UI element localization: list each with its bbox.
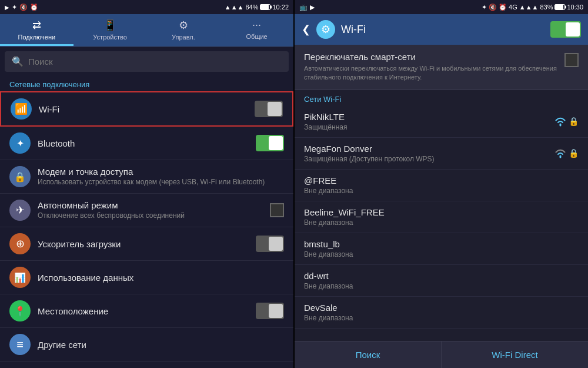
connections-icon: ⇄ — [32, 19, 41, 32]
network-section-label: Сетевые подключения — [0, 77, 293, 91]
wifi-item-text: Wi-Fi — [39, 104, 255, 114]
left-panel: ▶ ✦ 🔇 ⏰ ▲▲▲ 84% 10:22 ⇄ Подключени 📱 Уст… — [0, 0, 293, 368]
tab-general-label: Общие — [246, 33, 268, 40]
wifi-section-label: Сети Wi-Fi — [295, 90, 588, 106]
wifi-setting-item[interactable]: 📶 Wi-Fi — [0, 91, 293, 127]
tab-manage[interactable]: ⚙ Управл. — [147, 14, 220, 46]
wifi-header-title: Wi-Fi — [341, 24, 544, 36]
wifi-search-button[interactable]: Поиск — [295, 342, 442, 368]
tab-connections-label: Подключени — [18, 34, 56, 41]
battery-percent: 84% — [245, 4, 258, 11]
tab-general[interactable]: ··· Общие — [220, 14, 293, 46]
modem-setting-item[interactable]: 🔒 Модем и точка доступа Использовать уст… — [0, 160, 293, 194]
beeline-text: Beeline_WiFi_FREE Вне диапазона — [304, 207, 579, 227]
wifi-header-toggle[interactable] — [550, 21, 581, 38]
smart-switch-desc: Автоматически переключаться между Wi-Fi … — [304, 64, 559, 82]
megafon-signal: 🔒 — [554, 148, 579, 158]
right-battery-fill — [555, 5, 563, 9]
bt-icon: ✦ — [12, 4, 17, 11]
devsale-text: DevSale Вне диапазона — [304, 303, 579, 322]
other-setting-item[interactable]: ≡ Другие сети — [0, 328, 293, 362]
beeline-status: Вне диапазона — [304, 218, 579, 227]
free-text: @FREE Вне диапазона — [304, 175, 579, 195]
download-setting-item[interactable]: ⊕ Ускоритель загрузки — [0, 227, 293, 261]
data-setting-item[interactable]: 📊 Использование данных — [0, 261, 293, 294]
mute-icon: 🔇 — [19, 4, 28, 11]
tab-manage-label: Управл. — [172, 34, 195, 41]
battery-icon — [260, 4, 270, 10]
bluetooth-toggle[interactable] — [256, 135, 284, 151]
wifi-header: ❮ ⚙ Wi-Fi — [295, 14, 588, 45]
wifi-icon: 📶 — [11, 98, 32, 120]
right-mute-icon: 🔇 — [489, 4, 497, 11]
bluetooth-item-text: Bluetooth — [38, 138, 256, 148]
smart-switch: Переключатель смарт-сети Автоматически п… — [295, 45, 588, 90]
bluetooth-setting-item[interactable]: ✦ Bluetooth — [0, 127, 293, 160]
search-bar: 🔍 — [5, 51, 289, 72]
location-setting-item[interactable]: 📍 Местоположение — [0, 294, 293, 328]
play-icon: ▶ — [5, 4, 9, 11]
bluetooth-icon: ✦ — [9, 132, 31, 154]
data-item-title: Использование данных — [38, 273, 284, 283]
device-icon: 📱 — [103, 19, 116, 32]
wifi-network-list: PikNikLTE Защищённая 🔒 MegaFon Donver За… — [295, 106, 588, 341]
airplane-checkbox[interactable] — [270, 203, 284, 217]
ddwrt-status: Вне диапазона — [304, 282, 579, 290]
wifi-header-toggle-knob — [566, 22, 580, 37]
bluetooth-item-title: Bluetooth — [38, 138, 256, 148]
ddwrt-name: dd-wrt — [304, 271, 579, 281]
right-status-icons-right: ✦ 🔇 ⏰ 4G ▲▲▲ 83% 10:30 — [482, 4, 583, 11]
wifi-network-bmstu[interactable]: bmstu_lb Вне диапазона — [295, 233, 588, 265]
right-battery-icon — [554, 4, 565, 10]
status-icons-left: ▶ ✦ 🔇 ⏰ — [5, 4, 38, 11]
back-button[interactable]: ❮ — [302, 23, 310, 36]
wifi-toggle[interactable] — [255, 101, 283, 117]
airplane-setting-item[interactable]: ✈ Автономный режим Отключение всех беспр… — [0, 194, 293, 227]
wifi-direct-button[interactable]: Wi-Fi Direct — [442, 342, 588, 368]
location-toggle[interactable] — [256, 303, 284, 319]
airplane-item-subtitle: Отключение всех беспроводных соединений — [38, 211, 270, 221]
devsale-name: DevSale — [304, 303, 579, 313]
megafon-status: Защищённая (Доступен протокол WPS) — [304, 155, 554, 163]
wifi-gear-icon: ⚙ — [316, 20, 335, 39]
signal-bars: ▲▲▲ — [225, 4, 244, 11]
wifi-network-ddwrt[interactable]: dd-wrt Вне диапазона — [295, 265, 588, 297]
location-icon: 📍 — [9, 300, 31, 321]
tab-device[interactable]: 📱 Устройство — [74, 14, 147, 46]
tab-connections[interactable]: ⇄ Подключени — [0, 14, 74, 46]
right-status-bar: 📺 ▶ ✦ 🔇 ⏰ 4G ▲▲▲ 83% 10:30 — [295, 0, 588, 14]
wifi-network-megafon[interactable]: MegaFon Donver Защищённая (Доступен прот… — [295, 138, 588, 170]
wifi-network-devsale[interactable]: DevSale Вне диапазона — [295, 297, 588, 329]
ddwrt-text: dd-wrt Вне диапазона — [304, 271, 579, 290]
wifi-network-free[interactable]: @FREE Вне диапазона — [295, 170, 588, 201]
airplane-item-title: Автономный режим — [38, 200, 270, 210]
wifi-item-title: Wi-Fi — [39, 104, 255, 114]
megafon-text: MegaFon Donver Защищённая (Доступен прот… — [304, 144, 554, 163]
left-status-bar: ▶ ✦ 🔇 ⏰ ▲▲▲ 84% 10:22 — [0, 0, 293, 14]
manage-icon: ⚙ — [179, 19, 188, 32]
smart-switch-title: Переключатель смарт-сети — [304, 52, 559, 62]
right-time: 10:30 — [567, 4, 583, 11]
other-item-title: Другие сети — [38, 340, 284, 350]
download-toggle[interactable] — [256, 236, 284, 252]
piknik-name: PikNikLTE — [304, 112, 554, 122]
wifi-network-beeline[interactable]: Beeline_WiFi_FREE Вне диапазона — [295, 201, 588, 233]
right-panel: 📺 ▶ ✦ 🔇 ⏰ 4G ▲▲▲ 83% 10:30 ❮ ⚙ Wi-Fi Пер… — [295, 0, 588, 368]
smart-switch-checkbox[interactable] — [564, 53, 579, 67]
other-icon: ≡ — [9, 334, 31, 355]
general-icon: ··· — [252, 19, 261, 31]
tab-device-label: Устройство — [93, 34, 127, 41]
megafon-signal-icon — [554, 148, 567, 158]
data-item-text: Использование данных — [38, 273, 284, 283]
wifi-network-piknik[interactable]: PikNikLTE Защищённая 🔒 — [295, 106, 588, 138]
bmstu-name: bmstu_lb — [304, 239, 579, 249]
right-play-icon: ▶ — [310, 4, 315, 11]
piknik-status: Защищённая — [304, 123, 554, 131]
settings-list: 📶 Wi-Fi ✦ Bluetooth 🔒 Модем и точка дост… — [0, 91, 293, 368]
modem-icon: 🔒 — [9, 166, 31, 187]
search-input[interactable] — [28, 57, 282, 67]
right-battery-percent: 83% — [540, 4, 553, 11]
right-4g-icon: 4G — [509, 4, 517, 11]
download-item-title: Ускоритель загрузки — [38, 239, 256, 249]
download-item-text: Ускоритель загрузки — [38, 239, 256, 249]
